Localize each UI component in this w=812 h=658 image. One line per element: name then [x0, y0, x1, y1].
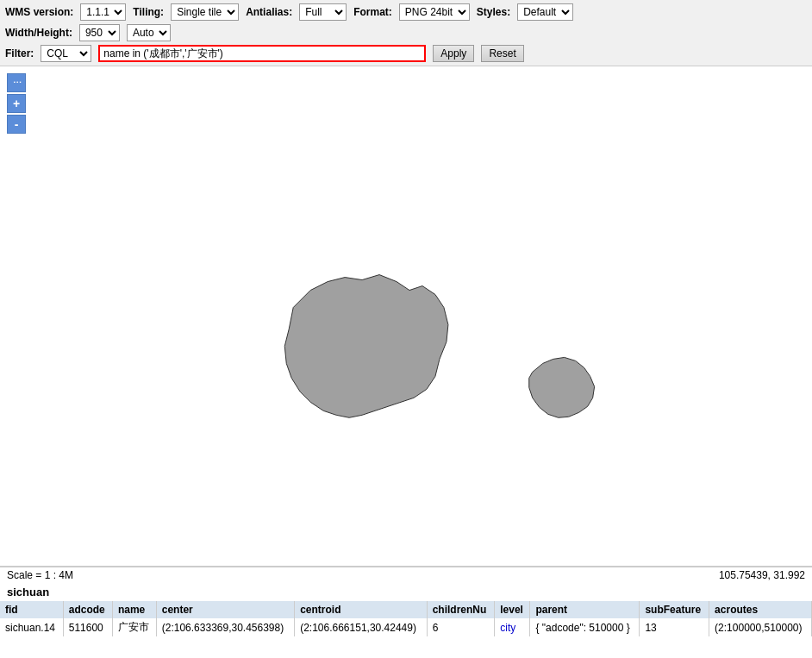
col-name: name [112, 601, 156, 618]
coordinates-text: 105.75439, 31.992 [719, 569, 805, 581]
wms-version-select[interactable]: 1.1.1 1.3.0 [80, 3, 126, 21]
col-adcode: adcode [63, 601, 112, 618]
cell-subFeature: 13 [640, 618, 709, 636]
tiling-label: Tiling: [133, 6, 164, 18]
wms-version-label: WMS version: [5, 6, 73, 18]
map-area: ⋯ + - [0, 66, 812, 567]
table-header-row: fid adcode name center centroid children… [0, 601, 812, 618]
cell-adcode: 511600 [63, 618, 112, 636]
width-height-label: Width/Height: [5, 27, 72, 39]
col-fid: fid [0, 601, 63, 618]
col-childrennu: childrenNu [427, 601, 495, 618]
data-table-section: sichuan fid adcode name center centroid … [0, 583, 812, 636]
scale-text: Scale = 1 : 4M [7, 569, 73, 581]
styles-select[interactable]: Default [517, 3, 573, 21]
cell-acroutes: (2:100000,510000) [709, 618, 812, 636]
cell-parent: { "adcode": 510000 } [530, 618, 640, 636]
level-link[interactable]: city [500, 622, 515, 634]
styles-label: Styles: [477, 6, 510, 18]
format-select[interactable]: PNG 24bit PNG 8bit JPEG GIF [399, 3, 470, 21]
width-select[interactable]: 950 800 600 400 [79, 24, 120, 41]
toolbar-row-1: WMS version: 1.1.1 1.3.0 Tiling: Single … [5, 3, 807, 21]
toolbar-row-3: Filter: CQL OGC ECQL Apply Reset [5, 45, 807, 62]
cell-center: (2:106.633369,30.456398) [156, 618, 294, 636]
col-centroid: centroid [295, 601, 427, 618]
cell-fid: sichuan.14 [0, 618, 63, 636]
chengdu-shape [284, 275, 448, 418]
layer-name: sichuan [0, 583, 812, 601]
col-level: level [495, 601, 530, 618]
col-center: center [156, 601, 294, 618]
col-subfeature: subFeature [640, 601, 709, 618]
cell-level: city [495, 618, 530, 636]
filter-type-select[interactable]: CQL OGC ECQL [41, 45, 91, 62]
cell-childrenNu: 6 [427, 618, 495, 636]
apply-button[interactable]: Apply [433, 45, 474, 62]
toolbar-row-2: Width/Height: 950 800 600 400 Auto 600 4… [5, 24, 807, 41]
filter-input[interactable] [98, 45, 426, 62]
format-label: Format: [353, 6, 392, 18]
col-acroutes: acroutes [709, 601, 812, 618]
table-row: sichuan.14511600广安市(2:106.633369,30.4563… [0, 618, 812, 636]
antialias-label: Antialias: [246, 6, 292, 18]
filter-label: Filter: [5, 47, 34, 60]
scale-bar: Scale = 1 : 4M 105.75439, 31.992 [0, 567, 812, 583]
guangan-shape [529, 357, 595, 417]
cell-centroid: (2:106.666151,30.42449) [295, 618, 427, 636]
toolbar: WMS version: 1.1.1 1.3.0 Tiling: Single … [0, 0, 812, 66]
map-svg [0, 66, 812, 566]
reset-button[interactable]: Reset [481, 45, 523, 62]
feature-table: fid adcode name center centroid children… [0, 601, 812, 636]
cell-name: 广安市 [112, 618, 156, 636]
tiling-select[interactable]: Single tile Tiled [171, 3, 239, 21]
height-select[interactable]: Auto 600 400 300 [127, 24, 171, 41]
antialias-select[interactable]: Full None Text [299, 3, 347, 21]
col-parent: parent [530, 601, 640, 618]
